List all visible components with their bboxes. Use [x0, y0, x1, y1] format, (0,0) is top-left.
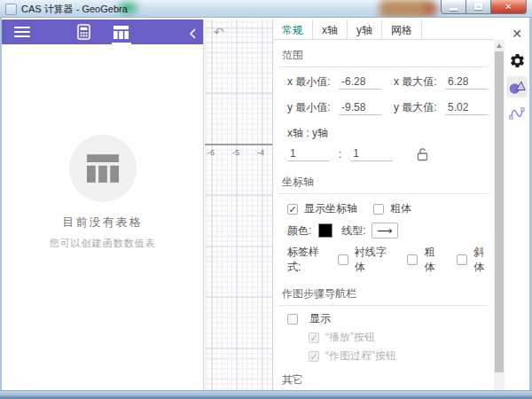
right-toolbar: ✕	[505, 20, 529, 390]
table-view-panel: 目前没有表格 您可以创建函数数值表	[2, 20, 204, 390]
functions-button[interactable]	[506, 103, 528, 124]
check-icon: ✓	[288, 205, 296, 214]
section-range-title: 范围	[278, 43, 489, 67]
x-max-label: x 最大值:	[394, 74, 445, 90]
y-min-input[interactable]	[339, 101, 381, 115]
play-button-checkbox: ✓	[309, 332, 319, 343]
section-navbar-title: 作图步骤导航栏	[278, 282, 489, 306]
close-button[interactable]: ✕	[490, 0, 527, 14]
x-min-input[interactable]	[339, 75, 381, 90]
view-header	[2, 20, 203, 44]
ratio-y-input[interactable]	[350, 147, 393, 161]
line-style-button[interactable]: ⟶	[372, 223, 398, 239]
serif-checkbox[interactable]	[338, 254, 348, 265]
tab-grid[interactable]: 网格	[382, 20, 422, 39]
y-max-label: y 最大值:	[394, 100, 445, 115]
window-titlebar: CAS 计算器 - GeoGebra ✕	[0, 0, 532, 18]
tab-general[interactable]: 常规	[273, 20, 313, 39]
label-bold-label: 粗体	[424, 245, 444, 275]
desktop-glass-blob	[424, 4, 438, 14]
table-icon	[87, 154, 119, 183]
lock-ratio-button[interactable]	[416, 147, 429, 161]
settings-scrollbar[interactable]	[494, 40, 505, 399]
collapse-panel-button[interactable]	[189, 27, 196, 43]
tab-y-axis[interactable]: y轴	[348, 20, 382, 39]
empty-state-subtitle: 您可以创建函数数值表	[2, 237, 203, 250]
app-icon	[5, 4, 17, 15]
close-icon: ✕	[512, 27, 522, 41]
table-view-button[interactable]	[110, 20, 133, 43]
check-icon: ✓	[309, 352, 317, 361]
scroll-up-icon[interactable]	[497, 43, 502, 48]
tools-button[interactable]	[506, 76, 528, 98]
x-min-label: x 最小值:	[287, 74, 339, 90]
gear-icon	[509, 52, 526, 69]
ratio-x-input[interactable]	[287, 147, 330, 161]
y-min-label: y 最小值:	[287, 100, 339, 115]
empty-state-circle	[69, 135, 137, 202]
table-empty-state: 目前没有表格 您可以创建函数数值表	[2, 135, 203, 250]
x-axis-tick-label: -4	[257, 148, 264, 157]
axes-color-label: 颜色:	[287, 223, 311, 239]
app-body: 目前没有表格 您可以创建函数数值表 ↶ -6 -5 -4 常规 x轴 y轴 网格…	[2, 18, 529, 390]
settings-tabbar: 常规 x轴 y轴 网格	[273, 20, 494, 40]
axes-color-swatch[interactable]	[318, 223, 332, 238]
calculator-icon	[77, 24, 90, 40]
axes-bold-checkbox[interactable]	[373, 204, 384, 215]
serif-label: 衬线字体	[355, 245, 395, 275]
label-italic-label: 斜体	[473, 245, 494, 275]
y-max-input[interactable]	[445, 101, 488, 115]
graphics-view[interactable]: ↶ -6 -5 -4	[205, 20, 272, 390]
unlock-icon	[416, 147, 429, 161]
undo-icon[interactable]: ↶	[214, 25, 224, 39]
close-icon: ✕	[505, 2, 512, 12]
window-title: CAS 计算器 - GeoGebra	[21, 3, 128, 16]
line-style-arrow-icon: ⟶	[377, 224, 392, 237]
show-axes-checkbox[interactable]: ✓	[287, 204, 298, 215]
minimize-button[interactable]	[441, 0, 466, 14]
minimize-icon	[450, 8, 458, 11]
navbar-show-label: 显示	[309, 311, 331, 326]
x-max-input[interactable]	[445, 75, 488, 90]
view-switcher	[2, 20, 203, 44]
x-axis-tick-label: -5	[232, 148, 239, 157]
cas-view-button[interactable]	[73, 20, 96, 43]
tab-x-axis[interactable]: x轴	[313, 20, 348, 39]
maximize-icon	[474, 4, 482, 10]
play-button-label: “播放”按钮	[325, 330, 375, 345]
maximize-button[interactable]	[466, 0, 490, 14]
label-style-label: 标签样式:	[287, 245, 331, 275]
close-settings-button[interactable]: ✕	[506, 23, 528, 44]
empty-state-title: 目前没有表格	[2, 215, 203, 231]
show-axes-label: 显示坐标轴	[304, 201, 357, 216]
taskbar-edge	[0, 395, 532, 399]
section-axes-title: 坐标轴	[278, 170, 489, 194]
curve-icon	[509, 106, 525, 121]
ratio-separator: :	[339, 148, 341, 160]
navbar-show-checkbox[interactable]	[287, 314, 298, 325]
label-italic-checkbox[interactable]	[457, 254, 467, 265]
shapes-icon	[508, 79, 526, 95]
label-bold-checkbox[interactable]	[407, 254, 418, 265]
protocol-button-label: “作图过程”按钮	[325, 348, 396, 364]
x-axis	[205, 144, 272, 145]
axes-bold-label: 粗体	[390, 201, 411, 216]
table-icon	[113, 26, 129, 39]
window-controls: ✕	[441, 0, 527, 14]
axis-ratio-label: x轴 : y轴	[287, 126, 328, 141]
check-icon: ✓	[309, 333, 317, 342]
x-axis-tick-label: -6	[207, 148, 215, 157]
section-misc-title: 其它	[278, 368, 489, 390]
scrollbar-thumb[interactable]	[495, 51, 504, 372]
settings-button[interactable]	[506, 50, 528, 71]
chevron-left-icon	[189, 28, 196, 39]
settings-panel: 常规 x轴 y轴 网格 范围 x 最小值: x 最大值: y 最小值: y 最大…	[272, 20, 494, 390]
line-style-label: 线型:	[341, 223, 365, 239]
protocol-button-checkbox: ✓	[309, 351, 319, 362]
